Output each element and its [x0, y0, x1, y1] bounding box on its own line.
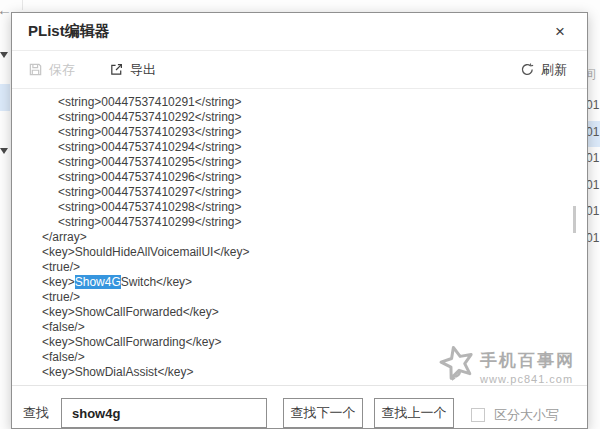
case-sensitive-group: 区分大小写 [471, 406, 559, 424]
plist-line: <string>00447537410291</string> [12, 95, 587, 110]
bg-text-fragment: 01 [586, 204, 599, 218]
find-bar: 查找 查找下一个 查找上一个 区分大小写 [12, 385, 587, 428]
plist-editor-dialog: PList编辑器 × 保存 导出 [11, 12, 588, 429]
plist-line: <key>Show4GSwitch</key> [12, 275, 587, 290]
plist-line: <key>ShowCallForwarded</key> [12, 305, 587, 320]
case-sensitive-checkbox[interactable] [471, 408, 485, 422]
plist-editor-content[interactable]: <string>00447537410291</string><string>0… [12, 89, 587, 385]
bg-text-fragment: 01 [586, 98, 599, 112]
plist-line: <key>ShowCallForwarding</key> [12, 335, 587, 350]
plist-line: <string>00447537410296</string> [12, 170, 587, 185]
find-label: 查找 [23, 398, 49, 428]
search-highlight: Show4G [75, 275, 121, 289]
background-grid-line [22, 0, 23, 10]
background-selected-row [0, 84, 10, 111]
bg-text-fragment: 01 [586, 231, 599, 245]
plist-line: <false/> [12, 320, 587, 335]
plist-line: <key>ShowDialAssist</key> [12, 365, 587, 380]
refresh-icon [520, 62, 535, 77]
plist-line: <string>00447537410297</string> [12, 185, 587, 200]
bg-right-column: 间010101010101 [589, 0, 600, 429]
refresh-button[interactable]: 刷新 [520, 61, 567, 79]
dialog-title: PList编辑器 [28, 22, 110, 41]
plist-line: <string>00447537410294</string> [12, 140, 587, 155]
scrollbar-thumb[interactable] [573, 206, 576, 233]
plist-line: <string>00447537410299</string> [12, 215, 587, 230]
export-label: 导出 [130, 61, 156, 79]
plist-line: <true/> [12, 290, 587, 305]
find-next-button[interactable]: 查找下一个 [283, 398, 363, 428]
plist-line: <key>ShouldHideAllVoicemailUI</key> [12, 245, 587, 260]
case-sensitive-label: 区分大小写 [494, 406, 559, 424]
save-label: 保存 [49, 61, 75, 79]
bg-text-fragment: 01 [586, 178, 599, 192]
refresh-label: 刷新 [541, 61, 567, 79]
plist-line: </array> [12, 230, 587, 245]
tree-expander-icon [0, 52, 8, 58]
find-previous-button[interactable]: 查找上一个 [374, 398, 454, 428]
save-button[interactable]: 保存 [28, 61, 75, 79]
plist-line: <string>00447537410292</string> [12, 110, 587, 125]
bg-text-fragment: 01 [586, 151, 599, 165]
plist-line: <string>00447537410295</string> [12, 155, 587, 170]
bg-text-fragment: 01 [586, 125, 599, 139]
plist-lines: <string>00447537410291</string><string>0… [12, 95, 587, 380]
plist-line: <string>00447537410298</string> [12, 200, 587, 215]
plist-line: <false/> [12, 350, 587, 365]
find-input[interactable] [61, 398, 267, 428]
dialog-title-bar: PList编辑器 × [12, 13, 587, 51]
close-icon[interactable]: × [549, 21, 571, 43]
tree-expander-icon [0, 148, 8, 154]
toolbar: 保存 导出 刷新 [12, 51, 587, 89]
export-button[interactable]: 导出 [109, 61, 156, 79]
plist-line: <string>00447537410293</string> [12, 125, 587, 140]
export-icon [109, 62, 124, 77]
plist-line: <true/> [12, 260, 587, 275]
save-icon [28, 62, 43, 77]
